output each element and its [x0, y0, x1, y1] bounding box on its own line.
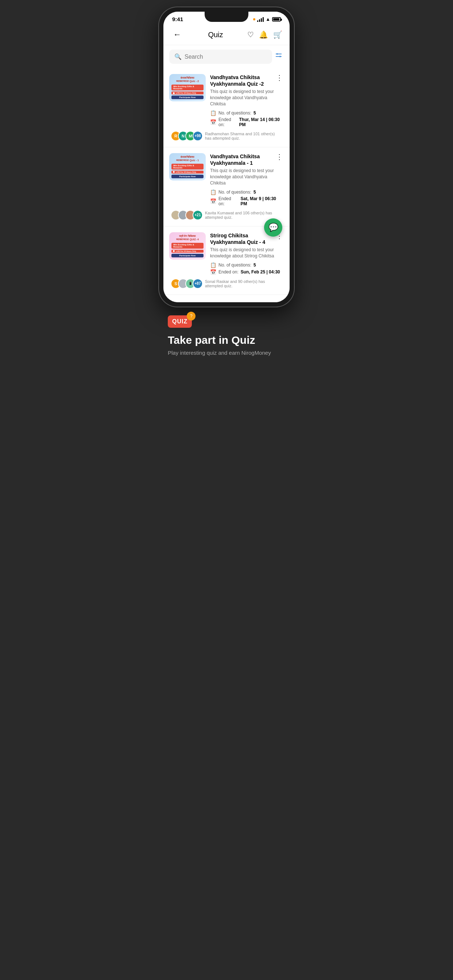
header-title: Quiz — [208, 30, 223, 39]
promo-section: QUIZ ? Take part in Quiz Play interestin… — [159, 315, 294, 367]
app-header: ← Quiz ♡ 🔔 🛒 — [163, 24, 290, 45]
avatar-count-3: +87 — [193, 278, 203, 289]
questions-label-3: No. of questions: — [219, 262, 251, 267]
meta-ended-1: 📅 Ended on: Thur, Mar 14 | 06:30 PM — [210, 117, 284, 127]
quiz-title-1: Vandhyatva Chikitsa Vyakhyanmala Quiz -2 — [210, 74, 275, 87]
thumb-hindi-3: स्त्री रोग चिकित्साव्याख्यानमाला QUIZ- 4 — [171, 234, 204, 241]
quiz-item[interactable]: वंध्यत्व चिकित्साव्याख्यानमाला Quiz - 2 … — [163, 68, 290, 147]
heart-icon[interactable]: ♡ — [247, 30, 254, 39]
notch — [205, 12, 248, 22]
meta-questions-3: 📋 No. of questions: 5 — [210, 262, 284, 268]
ended-date-2: Sat, Mar 9 | 06:30 PM — [241, 196, 284, 206]
phone-screen: 9:41 ▲ ← — [163, 12, 290, 302]
chat-icon: 💬 — [268, 223, 278, 232]
quiz-item-2[interactable]: वंध्यत्व चिकित्साव्याख्यानमाला Quiz - 1 … — [163, 147, 290, 226]
avatar-group-1: R N M +98 — [171, 131, 203, 141]
thumb-badge-2: Win Exciting Gifts & Rewards — [171, 164, 204, 170]
thumb-hindi-2: वंध्यत्व चिकित्साव्याख्यानमाला Quiz - 1 — [171, 155, 204, 162]
questions-icon-1: 📋 — [210, 110, 216, 116]
quiz-info-2: Vandhyatva Chikitsa Vyakhyanmala - 1 ⋮ T… — [210, 153, 284, 206]
quiz-title-2: Vandhyatva Chikitsa Vyakhyanmala - 1 — [210, 153, 275, 166]
attempt-text-3: Sonal Raskar and 90 other(s) has attempt… — [205, 279, 282, 288]
signal-dot — [253, 18, 255, 21]
questions-label-2: No. of questions: — [219, 189, 251, 195]
quiz-desc-1: This quiz is designed to test your knowl… — [210, 89, 284, 107]
more-button-2[interactable]: ⋮ — [275, 153, 284, 161]
thumb-participate-3: Participate Now — [171, 254, 204, 258]
question-mark-icon: ? — [190, 313, 193, 319]
quiz-desc-2: This quiz is designed to test your knowl… — [210, 168, 284, 186]
avatar-group-2: +21 — [171, 210, 203, 220]
meta-questions-2: 📋 No. of questions: 5 — [210, 189, 284, 195]
questions-count-1: 5 — [254, 110, 256, 116]
search-input[interactable] — [185, 54, 267, 60]
battery-icon — [272, 17, 281, 22]
attempt-text-1: Radhamohan Sharma and 101 other(s) has a… — [205, 132, 282, 140]
battery-fill — [273, 18, 279, 21]
page-wrapper: 9:41 ▲ ← — [155, 7, 298, 367]
quiz-info-1: Vandhyatva Chikitsa Vyakhyanmala Quiz -2… — [210, 74, 284, 127]
ended-icon-2: 📅 — [210, 198, 216, 204]
ended-date-1: Thur, Mar 14 | 06:30 PM — [239, 117, 284, 127]
back-arrow-icon: ← — [173, 30, 181, 40]
thumb-live-1: LIVE For 24 Hours Only — [171, 92, 204, 94]
filter-icon[interactable] — [275, 51, 284, 62]
thumb-live-3: LIVE For 24 Hours Only — [171, 250, 204, 253]
quiz-main-2: वंध्यत्व चिकित्साव्याख्यानमाला Quiz - 1 … — [169, 153, 284, 206]
quiz-meta-1: 📋 No. of questions: 5 📅 Ended on: Thur, … — [210, 110, 284, 127]
quiz-meta-2: 📋 No. of questions: 5 📅 Ended on: Sat, M… — [210, 189, 284, 206]
questions-label-1: No. of questions: — [219, 110, 251, 116]
promo-subtitle: Play interesting quiz and earn NirogMone… — [168, 350, 285, 356]
thumb-live-2: LIVE For 24 Hours Only — [171, 170, 204, 173]
ended-icon-3: 📅 — [210, 269, 216, 275]
thumb-badge-3: Win Exciting Gifts & Rewards — [171, 243, 204, 249]
ended-label-2: Ended on: — [219, 196, 239, 206]
status-icons: ▲ — [253, 16, 281, 22]
header-actions: ♡ 🔔 🛒 — [247, 30, 282, 39]
avatars-row-3: S 📱 +87 Sonal Raskar and 90 other(s) has… — [169, 278, 284, 292]
quiz-title-row-1: Vandhyatva Chikitsa Vyakhyanmala Quiz -2… — [210, 74, 284, 87]
quiz-title-row-2: Vandhyatva Chikitsa Vyakhyanmala - 1 ⋮ — [210, 153, 284, 166]
status-time: 9:41 — [172, 16, 183, 22]
meta-ended-2: 📅 Ended on: Sat, Mar 9 | 06:30 PM — [210, 196, 284, 206]
bell-icon[interactable]: 🔔 — [259, 30, 268, 39]
avatar-group-3: S 📱 +87 — [171, 278, 203, 289]
ended-label-3: Ended on: — [219, 269, 239, 275]
search-bar[interactable]: 🔍 — [169, 49, 272, 64]
meta-ended-3: 📅 Ended on: Sun, Feb 25 | 04:30 — [210, 269, 284, 275]
chat-fab[interactable]: 💬 — [264, 218, 282, 237]
thumb-participate-2: Participate Now — [171, 175, 204, 178]
ended-date-3: Sun, Feb 25 | 04:30 — [241, 269, 280, 275]
quiz-info-3: Strirog Chikitsa Vyakhyanmala Quiz - 4 ⋮… — [210, 232, 284, 275]
avatars-row-1: R N M +98 Radhamohan Sharma and 101 othe… — [169, 131, 284, 144]
quiz-thumbnail-1: वंध्यत्व चिकित्साव्याख्यानमाला Quiz - 2 … — [169, 74, 206, 101]
search-icon: 🔍 — [174, 53, 182, 60]
avatar-count-1: +98 — [193, 131, 203, 141]
quiz-thumbnail-3: स्त्री रोग चिकित्साव्याख्यानमाला QUIZ- 4… — [169, 232, 206, 259]
thumb-badge-1: Win Exciting Gifts & Rewards — [171, 84, 204, 91]
questions-icon-2: 📋 — [210, 189, 216, 195]
search-container: 🔍 — [163, 45, 290, 68]
phone-frame: 9:41 ▲ ← — [159, 7, 294, 307]
quiz-desc-3: This quiz is designed to test your knowl… — [210, 247, 284, 259]
thumb-hindi-1: वंध्यत्व चिकित्साव्याख्यानमाला Quiz - 2 — [171, 76, 204, 83]
quiz-list: वंध्यत्व चिकित्साव्याख्यानमाला Quiz - 2 … — [163, 68, 290, 302]
quiz-main-1: वंध्यत्व चिकित्साव्याख्यानमाला Quiz - 2 … — [169, 74, 284, 127]
promo-badge-icon: ? — [187, 312, 196, 320]
signal-bar-3 — [261, 18, 262, 22]
back-button[interactable]: ← — [171, 28, 184, 41]
signal-bar-2 — [259, 19, 260, 22]
signal-bar-1 — [257, 21, 258, 22]
ended-label-1: Ended on: — [219, 117, 237, 127]
avatar-count-2: +21 — [193, 210, 203, 220]
wifi-icon: ▲ — [266, 16, 270, 22]
promo-badge-text: QUIZ — [172, 318, 187, 325]
quiz-title-3: Strirog Chikitsa Vyakhyanmala Quiz - 4 — [210, 232, 275, 245]
meta-questions-1: 📋 No. of questions: 5 — [210, 110, 284, 116]
cart-icon[interactable]: 🛒 — [273, 30, 282, 39]
ended-icon-1: 📅 — [210, 119, 216, 125]
more-button-1[interactable]: ⋮ — [275, 74, 284, 81]
quiz-item-3[interactable]: स्त्री रोग चिकित्साव्याख्यानमाला QUIZ- 4… — [163, 226, 290, 295]
quiz-main-3: स्त्री रोग चिकित्साव्याख्यानमाला QUIZ- 4… — [169, 232, 284, 275]
attempt-text-2: Kavita Kumawat and 106 other(s) has atte… — [205, 211, 282, 220]
